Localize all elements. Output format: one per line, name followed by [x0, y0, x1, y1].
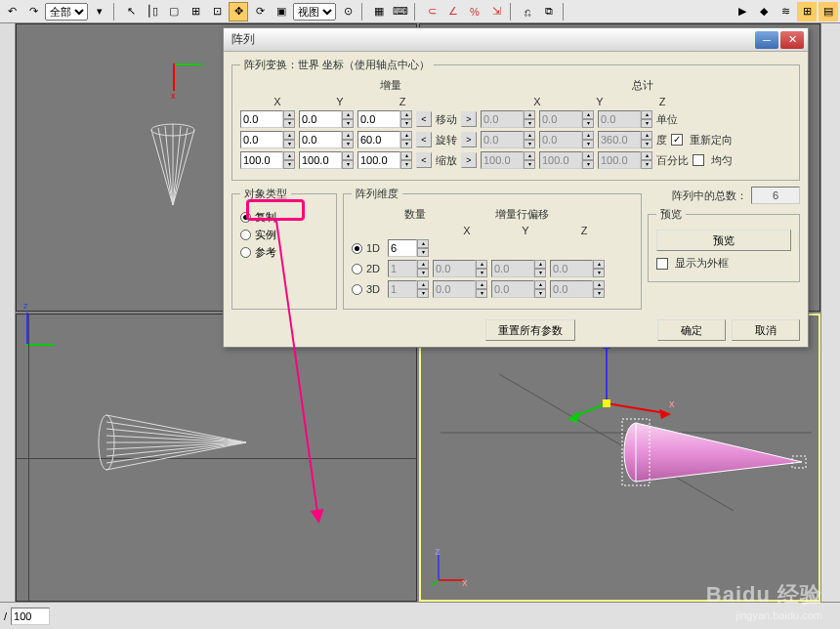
move-icon[interactable]: ✥	[229, 2, 248, 21]
close-button[interactable]: ✕	[780, 31, 804, 49]
undo-icon[interactable]: ↶	[2, 2, 21, 21]
svg-line-14	[106, 442, 246, 456]
spinner-icon[interactable]: ▴▾	[534, 280, 546, 298]
keyboard-icon[interactable]: ⌨	[391, 2, 410, 21]
viewport-perspective[interactable]: 透视 z x	[419, 314, 820, 602]
frame-input[interactable]	[11, 608, 50, 625]
mirror-icon[interactable]: ⧉	[539, 2, 559, 21]
rot-iy-input[interactable]	[299, 131, 342, 148]
spinner-icon[interactable]: ▴▾	[641, 131, 652, 148]
named-sel-icon[interactable]: ⎌	[518, 2, 537, 21]
scale-icon[interactable]: ▣	[272, 2, 291, 21]
scale-ix-input[interactable]	[240, 151, 283, 169]
reset-button[interactable]: 重置所有参数	[485, 319, 575, 341]
align-icon[interactable]: ▶	[733, 2, 752, 21]
reorient-checkbox[interactable]	[671, 134, 683, 146]
spinner-icon[interactable]: ▴▾	[417, 260, 429, 277]
cancel-button[interactable]: 取消	[732, 319, 800, 341]
spinner-icon[interactable]: ▴▾	[400, 151, 412, 169]
left-arrow-icon[interactable]: <	[416, 111, 432, 127]
spinner-icon[interactable]: ▴▾	[641, 110, 652, 128]
preview-button[interactable]: 预览	[656, 230, 791, 251]
spinner-icon[interactable]: ▴▾	[524, 151, 535, 169]
rotate-icon[interactable]: ⟳	[250, 2, 270, 21]
spinner-icon[interactable]: ▴▾	[476, 280, 487, 298]
reference-radio[interactable]: 参考	[240, 245, 328, 260]
rot-ix-input[interactable]	[240, 131, 283, 148]
scale-iy-input[interactable]	[299, 151, 342, 169]
dim-1d-radio[interactable]	[352, 243, 362, 254]
ok-button[interactable]: 确定	[657, 319, 726, 341]
dialog-titlebar[interactable]: 阵列 ─ ✕	[224, 28, 808, 52]
refsys-select[interactable]: 视图	[293, 3, 336, 21]
spinner-icon[interactable]: ▴▾	[593, 280, 605, 298]
rot-tx-input	[481, 131, 524, 148]
rot-iz-input[interactable]	[357, 131, 400, 148]
select-filter-icon[interactable]: ⊡	[207, 2, 227, 21]
minimize-button[interactable]: ─	[755, 31, 778, 49]
total-header: 总计	[555, 78, 731, 93]
select-name-icon[interactable]: ⎮▯	[143, 2, 162, 21]
spinner-icon[interactable]: ▴▾	[524, 131, 535, 148]
dim-2d-radio[interactable]	[352, 264, 362, 274]
move-iy-input[interactable]	[299, 110, 342, 128]
layers-icon[interactable]: ◆	[754, 2, 774, 21]
dim-3d-radio[interactable]	[352, 284, 362, 295]
move-iz-input[interactable]	[357, 110, 400, 128]
move-ix-input[interactable]	[240, 110, 283, 128]
dim-3d-row: 3D ▴▾ ▴▾ ▴▾ ▴▾	[352, 280, 633, 298]
material-icon[interactable]: ▤	[819, 2, 838, 21]
copy-radio[interactable]: 复制	[240, 210, 328, 225]
right-arrow-icon[interactable]: >	[461, 111, 477, 127]
snap-icon[interactable]: ⊂	[422, 2, 441, 21]
spinner-icon[interactable]: ▴▾	[582, 131, 594, 148]
scale-iz-input[interactable]	[357, 151, 400, 169]
spinner-icon[interactable]: ▴▾	[534, 260, 546, 277]
spinner-icon[interactable]: ▴▾	[476, 260, 487, 277]
cone-shaded[interactable]	[616, 413, 812, 511]
spinner-icon[interactable]: ▴▾	[342, 151, 354, 169]
spinner-icon[interactable]: ▴▾	[342, 131, 354, 148]
increment-header: 增量	[303, 78, 479, 93]
right-arrow-icon[interactable]: >	[461, 132, 477, 147]
center-icon[interactable]: ⊙	[338, 2, 357, 21]
select-window-icon[interactable]: ⊞	[186, 2, 205, 21]
wireframe-checkbox[interactable]	[656, 258, 668, 270]
spinner-icon[interactable]: ▴▾	[417, 280, 429, 298]
spinner-icon[interactable]: ▴▾	[641, 151, 652, 169]
spinner-icon[interactable]: ▴▾	[417, 239, 429, 257]
spinner-icon[interactable]: ▴▾	[582, 151, 594, 169]
schematic-icon[interactable]: ⊞	[797, 2, 817, 21]
spinner-icon[interactable]: ▴▾	[283, 151, 295, 169]
spinner-icon[interactable]: ▴▾	[593, 260, 605, 277]
spinner-icon[interactable]: ▴▾	[582, 110, 594, 128]
manip-icon[interactable]: ▦	[369, 2, 389, 21]
spinner-icon[interactable]: ▴▾	[524, 110, 535, 128]
command-panel[interactable]	[820, 23, 840, 602]
dropdown-icon[interactable]: ▾	[90, 2, 109, 21]
svg-text:x: x	[462, 576, 468, 588]
wireframe-checkbox-row[interactable]: 显示为外框	[656, 256, 791, 271]
scale-tx-input	[481, 151, 524, 169]
select-icon[interactable]: ↖	[121, 2, 141, 21]
spinner-icon[interactable]: ▴▾	[283, 110, 295, 128]
spinner-icon[interactable]: ▴▾	[283, 131, 295, 148]
percent-snap-icon[interactable]: %	[465, 2, 484, 21]
d1-count-input[interactable]	[388, 239, 417, 257]
left-arrow-icon[interactable]: <	[416, 132, 432, 147]
svg-text:z: z	[435, 549, 441, 557]
right-arrow-icon[interactable]: >	[461, 152, 477, 168]
left-arrow-icon[interactable]: <	[416, 152, 432, 168]
spinner-icon[interactable]: ▴▾	[400, 110, 412, 128]
redo-icon[interactable]: ↷	[23, 2, 43, 21]
curve-editor-icon[interactable]: ≋	[776, 2, 795, 21]
spinner-icon[interactable]: ▴▾	[342, 110, 354, 128]
spinner-icon[interactable]: ▴▾	[400, 131, 412, 148]
select-rect-icon[interactable]: ▢	[164, 2, 184, 21]
scope-select[interactable]: 全部	[45, 3, 88, 21]
spinner-snap-icon[interactable]: ⇲	[486, 2, 506, 21]
instance-radio[interactable]: 实例	[240, 228, 328, 242]
uniform-checkbox[interactable]	[693, 154, 704, 166]
viewport-left[interactable]: z	[16, 314, 417, 602]
angle-snap-icon[interactable]: ∠	[443, 2, 463, 21]
